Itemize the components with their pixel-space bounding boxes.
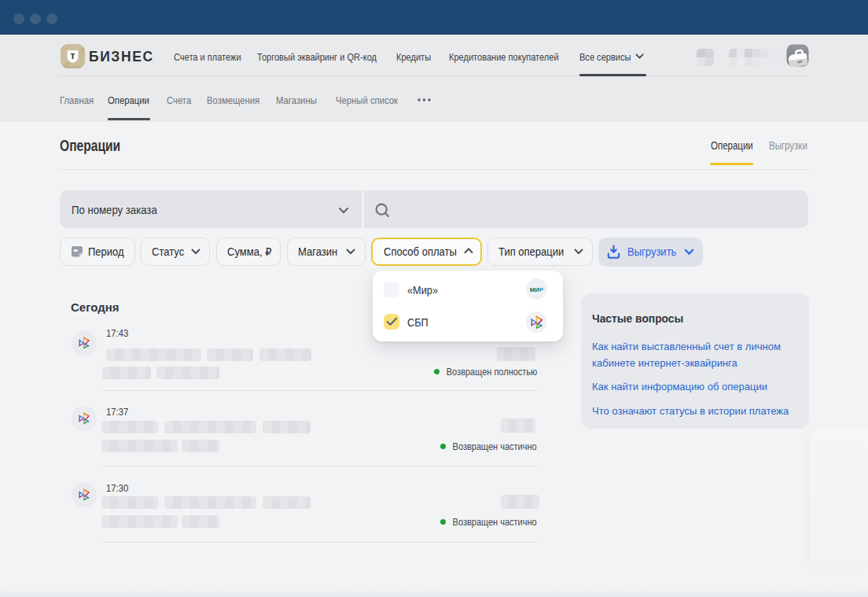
svg-text:т: т: [71, 50, 75, 61]
svg-text:МИР: МИР: [530, 286, 544, 293]
